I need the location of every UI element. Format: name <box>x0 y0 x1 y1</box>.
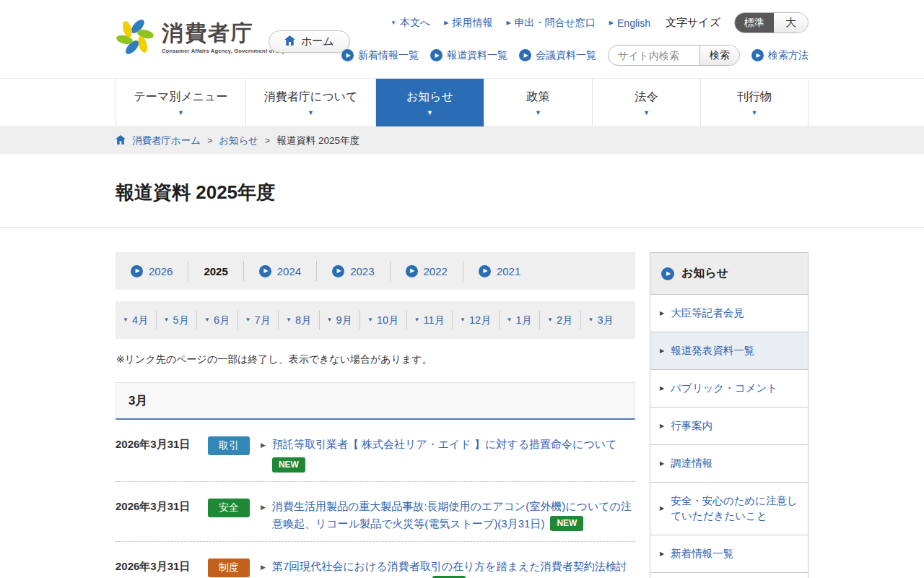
chevron-down-icon: ▼ <box>308 110 314 116</box>
sidebar-item-press-release-list[interactable]: ▶ 報道発表資料一覧 <box>650 332 808 369</box>
news-link[interactable]: 第7回現代社会における消費者取引の在り方を踏まえた消費者契約法検討会ワーキンググ… <box>272 558 635 578</box>
play-circle-icon: ▶ <box>519 49 531 61</box>
content-column: ▶ 2026 2025 ▶ 2024 ▶ 2023 ▶ 2022 ▶ 2021 <box>116 252 635 578</box>
chevron-down-icon: ▼ <box>286 317 292 323</box>
chevron-right-icon: ▶ <box>660 347 664 355</box>
play-circle-icon: ▶ <box>751 49 764 61</box>
year-tab-2022[interactable]: ▶ 2022 <box>391 261 463 281</box>
month-tab-11[interactable]: ▼11月 <box>407 311 453 329</box>
new-badge: NEW <box>550 516 583 531</box>
press-materials-list-link[interactable]: ▶ 報道資料一覧 <box>430 49 507 62</box>
sidebar: ▶ お知らせ ▶ 大臣等記者会見 ▶ 報道発表資料一覧 ▶ パブリック・コメント… <box>650 252 808 578</box>
year-tab-2023[interactable]: ▶ 2023 <box>317 261 390 281</box>
month-tab-12[interactable]: ▼12月 <box>453 311 500 329</box>
font-size-large-button[interactable]: 大 <box>774 13 808 33</box>
chevron-down-icon: ▼ <box>507 317 513 323</box>
chevron-right-icon: ▶ <box>660 309 664 318</box>
skip-to-content-link[interactable]: ▼ 本文へ <box>391 17 430 30</box>
home-button[interactable]: ホーム <box>269 30 350 53</box>
category-badge-trade: 取引 <box>208 436 250 455</box>
sidebar-item-procurement[interactable]: ▶ 調達情報 <box>650 444 808 482</box>
nav-about-agency[interactable]: 消費者庁について ▼ <box>245 79 375 126</box>
sidebar-item-disaster-info[interactable]: ▶ 災害関連情報 <box>650 572 808 578</box>
chevron-right-icon: ▶ <box>660 384 664 393</box>
sidebar-item-events[interactable]: ▶ 行事案内 <box>650 407 808 444</box>
chevron-down-icon: ▼ <box>751 110 758 116</box>
nav-publications[interactable]: 刊行物 ▼ <box>700 79 808 126</box>
chevron-down-icon: ▼ <box>427 110 433 116</box>
play-circle-icon: ▶ <box>661 267 674 280</box>
month-tab-10[interactable]: ▼10月 <box>360 311 407 329</box>
meeting-materials-list-link[interactable]: ▶ 会議資料一覧 <box>519 49 596 62</box>
chevron-down-icon: ▼ <box>460 317 466 323</box>
breadcrumb-home-link[interactable]: 消費者庁ホーム <box>132 134 201 147</box>
breadcrumb-separator: > <box>207 136 212 146</box>
new-badge: NEW <box>272 457 305 473</box>
nav-policy[interactable]: 政策 ▼ <box>484 79 592 126</box>
news-row: 2026年3月31日 安全 ▶ 消費生活用製品の重大製品事故:長期使用のエアコン… <box>116 482 635 542</box>
news-date: 2026年3月31日 <box>116 558 196 574</box>
sidebar-item-safety-cautions[interactable]: ▶ 安全・安心のために注意していただきたいこと <box>650 482 808 535</box>
english-link[interactable]: ▶ English <box>609 17 650 29</box>
news-link[interactable]: 消費生活用製品の重大製品事故:長期使用のエアコン(室外機)についての注意喚起、リ… <box>272 498 635 532</box>
sidebar-header: ▶ お知らせ <box>650 253 808 294</box>
chevron-right-icon: ▶ <box>506 20 510 26</box>
year-tab-2025-current: 2025 <box>188 261 243 281</box>
chevron-down-icon: ▼ <box>643 110 650 116</box>
month-tab-4[interactable]: ▼4月 <box>116 311 157 329</box>
year-tab-2021[interactable]: ▶ 2021 <box>463 261 536 281</box>
month-tabs: ▼4月 ▼5月 ▼6月 ▼7月 ▼8月 ▼9月 ▼10月 ▼11月 ▼12月 ▼… <box>116 301 635 339</box>
month-tab-1[interactable]: ▼1月 <box>500 311 541 329</box>
chevron-right-icon: ▶ <box>261 441 266 449</box>
sidebar-item-press-conference[interactable]: ▶ 大臣等記者会見 <box>650 294 808 332</box>
news-row: 2026年3月31日 取引 ▶ 預託等取引業者【 株式会社リア・エイド 】に対す… <box>116 420 635 482</box>
site-header: 消費者庁 Consumer Affairs Agency, Government… <box>0 0 924 79</box>
chevron-right-icon: ▶ <box>660 422 664 431</box>
font-size-standard-button[interactable]: 標準 <box>735 13 774 33</box>
sidebar-item-public-comment[interactable]: ▶ パブリック・コメント <box>650 369 808 407</box>
quick-links-row: ▶ 新着情報一覧 ▶ 報道資料一覧 ▶ 会議資料一覧 検索 ▶ 検索方法 <box>341 45 808 66</box>
recruitment-link[interactable]: ▶ 採用情報 <box>444 17 492 30</box>
search-input[interactable] <box>609 46 699 65</box>
play-circle-icon: ▶ <box>259 265 271 277</box>
new-info-list-link[interactable]: ▶ 新着情報一覧 <box>341 49 419 62</box>
chevron-right-icon: ▶ <box>660 504 664 513</box>
chevron-down-icon: ▼ <box>414 317 420 323</box>
page-title: 報道資料 2025年度 <box>116 180 924 205</box>
category-badge-safety: 安全 <box>208 499 250 517</box>
chevron-right-icon: ▶ <box>609 20 614 26</box>
nav-theme-menu[interactable]: テーマ別メニュー ▼ <box>116 79 245 126</box>
play-circle-icon: ▶ <box>332 265 344 277</box>
chevron-right-icon: ▶ <box>444 20 448 26</box>
breadcrumb-news-link[interactable]: お知らせ <box>219 134 258 147</box>
sidebar-item-new-info-list[interactable]: ▶ 新着情報一覧 <box>650 535 808 572</box>
chevron-down-icon: ▼ <box>367 317 373 323</box>
agency-logo[interactable]: 消費者庁 Consumer Affairs Agency, Government… <box>116 17 292 59</box>
contact-link[interactable]: ▶ 申出・問合せ窓口 <box>506 17 595 30</box>
search-button[interactable]: 検索 <box>699 46 739 65</box>
chevron-down-icon: ▼ <box>535 110 541 116</box>
month-tab-6[interactable]: ▼6月 <box>197 311 238 329</box>
month-tab-5[interactable]: ▼5月 <box>157 311 198 329</box>
nav-news[interactable]: お知らせ ▼ <box>375 79 484 126</box>
breadcrumb-current-page: 報道資料 2025年度 <box>276 134 359 147</box>
year-tab-2026[interactable]: ▶ 2026 <box>116 261 188 281</box>
chevron-right-icon: ▶ <box>660 460 664 468</box>
font-size-toggle: 標準 大 <box>734 12 808 33</box>
month-tab-3[interactable]: ▼3月 <box>581 311 622 329</box>
month-tab-2[interactable]: ▼2月 <box>540 311 581 329</box>
chevron-down-icon: ▼ <box>164 317 170 323</box>
nav-laws[interactable]: 法令 ▼ <box>592 79 700 126</box>
play-circle-icon: ▶ <box>131 265 143 277</box>
news-link[interactable]: 預託等取引業者【 株式会社リア・エイド 】に対する措置命令についてNEW <box>272 436 635 473</box>
year-tab-2024[interactable]: ▶ 2024 <box>244 261 317 281</box>
chevron-down-icon: ▼ <box>123 317 128 323</box>
play-circle-icon: ▶ <box>341 49 354 61</box>
chevron-right-icon: ▶ <box>261 504 266 511</box>
home-icon <box>116 135 126 144</box>
sidebar-box: ▶ お知らせ ▶ 大臣等記者会見 ▶ 報道発表資料一覧 ▶ パブリック・コメント… <box>650 252 808 578</box>
month-tab-9[interactable]: ▼9月 <box>320 311 361 329</box>
month-tab-7[interactable]: ▼7月 <box>238 311 279 329</box>
month-tab-8[interactable]: ▼8月 <box>279 311 320 329</box>
search-help-link[interactable]: ▶ 検索方法 <box>751 49 808 62</box>
